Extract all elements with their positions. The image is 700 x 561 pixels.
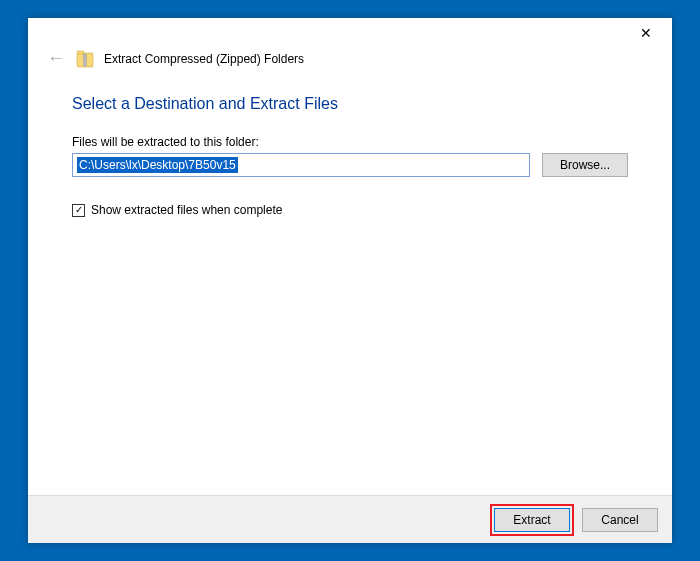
titlebar: ✕	[28, 18, 672, 48]
page-heading: Select a Destination and Extract Files	[72, 95, 628, 113]
show-files-checkbox-row[interactable]: ✓ Show extracted files when complete	[72, 203, 628, 217]
destination-path-input[interactable]: C:\Users\lx\Desktop\7B50v15	[72, 153, 530, 177]
back-arrow-icon[interactable]: ←	[46, 48, 66, 69]
destination-row: C:\Users\lx\Desktop\7B50v15 Browse...	[72, 153, 628, 177]
checkbox-icon[interactable]: ✓	[72, 204, 85, 217]
content-area: Select a Destination and Extract Files F…	[28, 75, 672, 495]
svg-rect-1	[77, 51, 84, 54]
wizard-title: Extract Compressed (Zipped) Folders	[104, 52, 304, 66]
extract-button[interactable]: Extract	[494, 508, 570, 532]
extract-highlight: Extract	[490, 504, 574, 536]
destination-label: Files will be extracted to this folder:	[72, 135, 628, 149]
browse-button[interactable]: Browse...	[542, 153, 628, 177]
close-icon[interactable]: ✕	[634, 21, 658, 45]
dialog-footer: Extract Cancel	[28, 495, 672, 543]
cancel-button[interactable]: Cancel	[582, 508, 658, 532]
zip-folder-icon	[76, 49, 94, 69]
destination-path-text: C:\Users\lx\Desktop\7B50v15	[77, 157, 238, 173]
dialog-window: ✕ ← Extract Compressed (Zipped) Folders …	[28, 18, 672, 543]
show-files-label: Show extracted files when complete	[91, 203, 282, 217]
wizard-header: ← Extract Compressed (Zipped) Folders	[28, 48, 672, 75]
